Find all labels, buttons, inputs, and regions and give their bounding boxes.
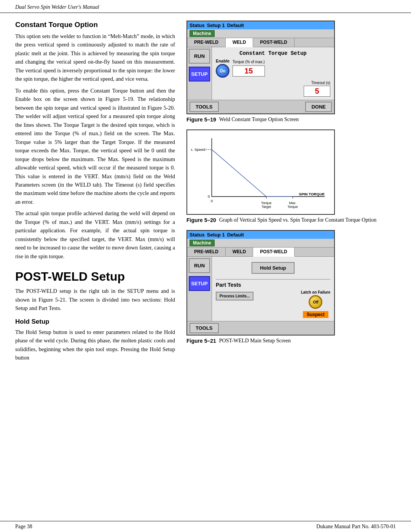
screen21-suspect-badge: Suspect bbox=[303, 311, 328, 318]
screen19-done-btn[interactable]: DONE bbox=[305, 102, 332, 112]
screen19-tools-btn[interactable]: TOOLS bbox=[190, 102, 219, 112]
hold-setup-title: Hold Setup bbox=[15, 318, 175, 326]
figure19-caption-text: Weld Constant Torque Option Screen bbox=[219, 117, 299, 123]
screen19-enable-label: Enable bbox=[216, 59, 229, 63]
screen19-default: Default bbox=[227, 22, 244, 28]
screen19-run-btn[interactable]: RUN bbox=[189, 49, 210, 64]
screen21-latch-group: Latch on Failure Off Suspect bbox=[301, 290, 330, 318]
screen21-status: Status bbox=[190, 232, 205, 238]
screen19-titlebar: Status Setup 1 Default bbox=[187, 21, 334, 29]
footer-manual: Dukane Manual Part No. 403-570-01 bbox=[316, 524, 396, 530]
screen19-toggle-label: On bbox=[220, 69, 225, 73]
screen21-process-limits-area: Process Limits... bbox=[216, 290, 253, 300]
screen21-tools-row: TOOLS bbox=[187, 321, 334, 335]
screen19-body: RUN SETUP Constant Torque Setup Enable O… bbox=[187, 47, 334, 100]
x-axis-label: SPIN TORQUE bbox=[299, 192, 325, 196]
post-weld-intro: The POST-WELD setup is the right tab in … bbox=[15, 287, 175, 312]
post-weld-title: POST-WELD Setup bbox=[15, 270, 175, 284]
screen19-torque-group: Torque (% of max.) 15 bbox=[233, 60, 264, 77]
screen19-enable-box: Enable On bbox=[216, 59, 229, 78]
max-torque-label: Max. bbox=[289, 201, 296, 205]
constant-torque-para-1: This option sets the welder to function … bbox=[15, 32, 175, 83]
post-weld-section: POST-WELD Setup The POST-WELD setup is t… bbox=[15, 270, 175, 362]
screen19-timeout-label: Timeout (s) bbox=[216, 81, 330, 85]
constant-torque-para-3: The actual spin torque profile achieved … bbox=[15, 209, 175, 260]
screen21-hold-area: Hold Setup bbox=[216, 260, 330, 276]
screen19-setup-btn[interactable]: SETUP bbox=[189, 67, 210, 81]
x-zero: 0 bbox=[211, 199, 213, 203]
screen21-tab-preweld[interactable]: PRE-WELD bbox=[187, 248, 226, 256]
screen21-process-limits-btn[interactable]: Process Limits... bbox=[216, 292, 253, 300]
screen21-off-label: Off bbox=[313, 300, 318, 304]
screen19-tab-postweld[interactable]: POST-WELD bbox=[253, 38, 294, 47]
torque-target-label2: Target bbox=[261, 205, 271, 209]
screen21-latch-label: Latch on Failure bbox=[301, 290, 330, 294]
figure19-screen: Status Setup 1 Default Machine PRE-WELD … bbox=[186, 21, 335, 114]
screen21-machine-row: Machine bbox=[187, 239, 334, 248]
screen19-section-title: Constant Torque Setup bbox=[216, 50, 330, 56]
screen21-sidebar: RUN SETUP bbox=[187, 257, 212, 321]
figure21-caption: Figure 5–21 POST-WELD Main Setup Screen bbox=[186, 338, 396, 344]
screen21-body: RUN SETUP Hold Setup Part Tests bbox=[187, 257, 334, 321]
screen21-tabs: PRE-WELD WELD POST-WELD bbox=[187, 248, 334, 257]
screen21-setup: Setup 1 bbox=[207, 232, 225, 238]
screen21-machine-btn[interactable]: Machine bbox=[190, 240, 215, 246]
right-column: Status Setup 1 Default Machine PRE-WELD … bbox=[186, 21, 396, 365]
screen19-timeout-section: Timeout (s) 5 bbox=[216, 81, 330, 97]
screen19-tools-done-row: TOOLS DONE bbox=[187, 100, 334, 113]
constant-torque-para-2: To enable this option, press the Constan… bbox=[15, 86, 175, 206]
max-speed-label: Max. Speed bbox=[191, 147, 206, 152]
constant-torque-title: Constant Torque Option bbox=[15, 21, 175, 29]
screen21-part-tests: Part Tests Process Limits... bbox=[216, 279, 330, 318]
page-header: Dual Servo Spin Welder User's Manual bbox=[0, 0, 411, 13]
figure20-caption-text: Graph of Vertical Spin Speed vs. Spin To… bbox=[219, 217, 376, 223]
screen19-toggle-btn[interactable]: On bbox=[216, 64, 229, 78]
screen21-part-tests-title: Part Tests bbox=[216, 282, 330, 288]
screen21-part-tests-section: Process Limits... Latch on Failure Off bbox=[216, 290, 330, 318]
screen21-setup-btn[interactable]: SETUP bbox=[189, 276, 210, 291]
figure20-label: Figure 5–20 bbox=[186, 217, 216, 223]
screen19-timeout-value[interactable]: 5 bbox=[304, 86, 330, 97]
screen19-machine-btn[interactable]: Machine bbox=[190, 30, 215, 37]
screen19-tab-weld[interactable]: WELD bbox=[226, 38, 253, 47]
constant-torque-section: Constant Torque Option This option sets … bbox=[15, 21, 175, 260]
screen21-titlebar: Status Setup 1 Default bbox=[187, 231, 334, 239]
figure20-caption: Figure 5–20 Graph of Vertical Spin Speed… bbox=[186, 217, 396, 223]
main-content: Constant Torque Option This option sets … bbox=[0, 13, 411, 372]
svg-line-3 bbox=[212, 150, 266, 197]
screen19-sidebar: RUN SETUP bbox=[187, 47, 212, 100]
screen19-tabs: PRE-WELD WELD POST-WELD bbox=[187, 38, 334, 47]
screen19-status: Status bbox=[190, 22, 205, 28]
figure21-label: Figure 5–21 bbox=[186, 338, 216, 344]
figure19-label: Figure 5–19 bbox=[186, 117, 216, 123]
screen21-run-btn[interactable]: RUN bbox=[189, 258, 210, 273]
screen21-tab-weld[interactable]: WELD bbox=[226, 248, 253, 256]
page-footer: Page 38 Dukane Manual Part No. 403-570-0… bbox=[0, 521, 411, 532]
screen21-off-btn[interactable]: Off bbox=[309, 295, 322, 309]
figure20-graph: VERTICAL SPEED Max. Speed 0 0 bbox=[186, 129, 335, 215]
footer-page: Page 38 bbox=[15, 524, 32, 530]
figure19-caption: Figure 5–19 Weld Constant Torque Option … bbox=[186, 117, 396, 123]
screen19-torque-value[interactable]: 15 bbox=[233, 66, 264, 77]
left-column: Constant Torque Option This option sets … bbox=[15, 21, 175, 365]
figure21-screen: Status Setup 1 Default Machine PRE-WELD … bbox=[186, 230, 335, 335]
screen19-machine-row: Machine bbox=[187, 29, 334, 38]
screen19-torque-label: Torque (% of max.) bbox=[233, 60, 264, 64]
header-title: Dual Servo Spin Welder User's Manual bbox=[15, 4, 99, 10]
y-zero: 0 bbox=[208, 194, 210, 198]
screen19-tab-preweld[interactable]: PRE-WELD bbox=[187, 38, 226, 47]
hold-setup-text: The Hold Setup button is used to enter p… bbox=[15, 328, 175, 362]
figure21-caption-text: POST-WELD Main Setup Screen bbox=[219, 338, 291, 344]
screen21-main: Hold Setup Part Tests Process Limits... bbox=[212, 257, 334, 321]
torque-target-label: Torque bbox=[261, 201, 271, 205]
screen21-default: Default bbox=[227, 232, 244, 238]
screen19-setup: Setup 1 bbox=[207, 22, 225, 28]
graph-area: VERTICAL SPEED Max. Speed 0 0 bbox=[191, 134, 330, 210]
screen21-tab-postweld[interactable]: POST-WELD bbox=[253, 248, 294, 257]
max-torque-label2: Torque bbox=[287, 205, 298, 209]
screen19-field-group: Enable On Torque (% of max.) 15 bbox=[216, 59, 330, 78]
screen21-tools-btn[interactable]: TOOLS bbox=[190, 323, 219, 333]
screen21-hold-btn[interactable]: Hold Setup bbox=[252, 262, 295, 274]
screen19-main: Constant Torque Setup Enable On Torque (… bbox=[212, 47, 334, 100]
graph-svg: VERTICAL SPEED Max. Speed 0 0 bbox=[191, 134, 330, 210]
